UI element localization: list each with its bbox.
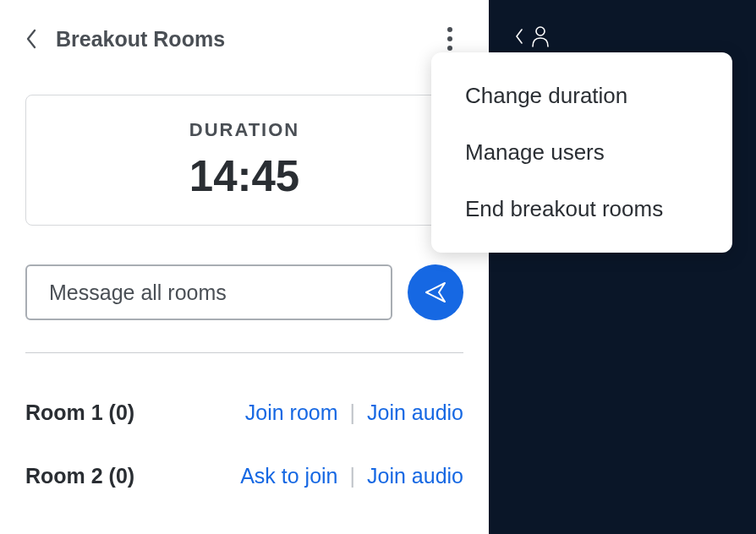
action-separator: | (350, 400, 356, 425)
room-actions: Ask to join | Join audio (240, 464, 463, 488)
menu-manage-users[interactable]: Manage users (431, 124, 732, 181)
breakout-panel: Breakout Rooms DURATION 14:45 Room 1 (0)… (0, 0, 489, 534)
participants-back-area (514, 25, 550, 47)
duration-label: DURATION (26, 119, 463, 141)
room-name: Room 2 (0) (25, 464, 134, 488)
chevron-left-icon (514, 28, 524, 45)
message-row (25, 264, 463, 320)
send-icon (424, 281, 447, 304)
user-icon (531, 25, 550, 47)
duration-card: DURATION 14:45 (25, 95, 463, 226)
svg-point-0 (536, 27, 545, 35)
duration-timer: 14:45 (26, 151, 463, 201)
send-message-button[interactable] (408, 264, 463, 320)
join-audio-link[interactable]: Join audio (367, 400, 463, 425)
room-actions: Join room | Join audio (245, 400, 463, 425)
ask-to-join-link[interactable]: Ask to join (240, 464, 337, 488)
divider (25, 352, 463, 353)
panel-header: Breakout Rooms (25, 20, 463, 57)
back-button[interactable] (25, 29, 37, 49)
panel-title: Breakout Rooms (56, 27, 225, 52)
menu-end-breakout-rooms[interactable]: End breakout rooms (431, 181, 732, 237)
menu-change-duration[interactable]: Change duration (431, 68, 732, 124)
action-separator: | (350, 464, 356, 488)
message-all-rooms-input[interactable] (25, 264, 392, 320)
more-options-button[interactable] (436, 25, 463, 52)
join-room-link[interactable]: Join room (245, 400, 338, 425)
room-name: Room 1 (0) (25, 400, 134, 425)
room-row: Room 1 (0) Join room | Join audio (25, 400, 463, 425)
room-row: Room 2 (0) Ask to join | Join audio (25, 464, 463, 488)
options-dropdown: Change duration Manage users End breakou… (431, 52, 732, 253)
rooms-list: Room 1 (0) Join room | Join audio Room 2… (25, 400, 463, 488)
more-vertical-icon (447, 27, 452, 32)
join-audio-link[interactable]: Join audio (367, 464, 463, 488)
